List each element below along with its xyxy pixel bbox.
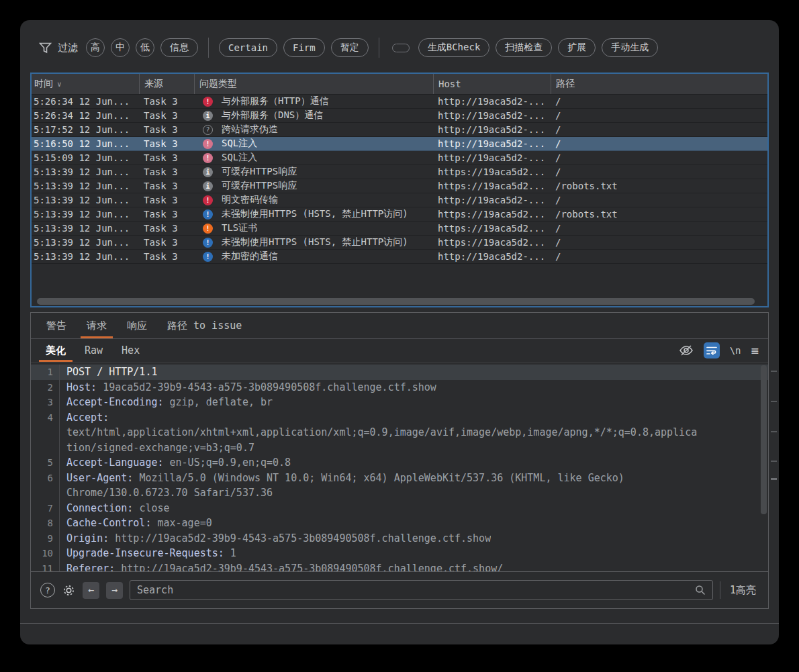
menu-icon[interactable]: ≡ [751, 344, 759, 357]
request-line-text: POST / HTTP/1.1 [60, 366, 157, 378]
column-header[interactable]: 问题类型 [194, 74, 433, 94]
request-line-text: Host: 19aca5d2-39b9-4543-a575-3b08949050… [60, 381, 436, 393]
detail-tab[interactable]: 请求 [77, 313, 117, 338]
search-input[interactable]: Search [130, 580, 713, 600]
issue-row[interactable]: 5:26:34 12 Jun...Task 3!与外部服务（HTTP）通信htt… [32, 95, 767, 109]
confidence-filter-button[interactable]: 暂定 [331, 38, 369, 57]
header-value: gzip, deflate, br [170, 396, 273, 408]
action-button[interactable]: 手动生成 [602, 38, 658, 57]
issue-source-cell: Task 3 [139, 181, 194, 191]
severity-filter-button[interactable]: 中 [111, 38, 130, 57]
severity-info-icon: i [203, 181, 213, 191]
line-number: 9 [31, 531, 60, 546]
issue-row[interactable]: 5:13:39 12 Jun...Task 3!TLS证书https://19a… [32, 222, 767, 236]
line-number: 11 [31, 561, 60, 572]
issue-source-cell: Task 3 [139, 223, 194, 234]
issue-row[interactable]: 5:13:39 12 Jun...Task 3!明文密码传输http://19a… [32, 193, 767, 207]
issue-row[interactable]: 5:13:39 12 Jun...Task 3!未强制使用HTTPS (HSTS… [32, 236, 767, 250]
issue-path-cell: / [551, 96, 767, 107]
line-number [31, 485, 60, 501]
detail-tab[interactable]: 警告 [36, 313, 77, 338]
detail-tab[interactable]: 路径 to issue [157, 313, 252, 338]
column-header[interactable]: 时间∨ [32, 74, 139, 94]
column-label: 路径 [556, 78, 575, 90]
action-button[interactable]: 扩展 [558, 38, 596, 57]
issue-source-cell: Task 3 [139, 152, 194, 163]
issue-source-cell: Task 3 [139, 166, 194, 177]
line-number: 4 [31, 410, 60, 426]
request-line-text: Connection: close [60, 502, 170, 514]
action-button[interactable]: 生成BCheck [418, 38, 490, 57]
header-value: Chrome/130.0.6723.70 Safari/537.36 [66, 487, 273, 499]
collapsed-filter-pill[interactable] [392, 44, 410, 52]
settings-gear-icon[interactable] [62, 583, 76, 597]
filter-funnel-icon[interactable] [39, 42, 52, 54]
line-number: 1 [31, 365, 60, 380]
horizontal-scrollbar[interactable] [37, 298, 762, 305]
view-tab[interactable]: 美化 [36, 339, 75, 362]
header-value: 1 [230, 547, 236, 559]
issue-host-cell: http://19aca5d2-... [433, 251, 551, 262]
issue-path-cell: / [551, 251, 767, 262]
request-editor[interactable]: 1POST / HTTP/1.12Host: 19aca5d2-39b9-454… [31, 363, 768, 571]
header-value: Mozilla/5.0 (Windows NT 10.0; Win64; x64… [139, 472, 624, 484]
line-number: 7 [31, 501, 60, 516]
view-icon-group: \n ≡ [679, 342, 759, 358]
issue-type-label: 跨站请求伪造 [222, 124, 278, 136]
header-name: Accept: [66, 412, 109, 424]
header-name: Upgrade-Insecure-Requests: [66, 547, 230, 559]
scrollbar-thumb[interactable] [37, 298, 755, 305]
severity-info-icon: i [203, 111, 213, 121]
newline-toggle-icon[interactable]: \n [730, 345, 741, 356]
next-match-button[interactable]: → [106, 582, 123, 599]
action-button[interactable]: 扫描检查 [496, 38, 552, 57]
issue-path-cell: / [551, 138, 767, 149]
header-name: Accept-Language: [66, 457, 170, 469]
view-tab[interactable]: Raw [75, 339, 112, 362]
issue-row[interactable]: 5:16:50 12 Jun...Task 3!SQL注入http://19ac… [32, 137, 767, 151]
column-header[interactable]: 来源 [139, 74, 194, 94]
issue-type-cell: !与外部服务（HTTP）通信 [194, 95, 433, 107]
prev-match-button[interactable]: ← [83, 582, 99, 599]
issue-row[interactable]: 5:13:39 12 Jun...Task 3!未强制使用HTTPS (HSTS… [32, 207, 767, 222]
severity-filter-button[interactable]: 信息 [160, 38, 198, 57]
column-header[interactable]: Host [433, 74, 551, 94]
issue-path-cell: / [551, 237, 767, 248]
action-button-group: 生成BCheck扫描检查扩展手动生成 [418, 38, 659, 57]
issue-path-cell: / [551, 152, 767, 163]
issue-host-cell: https://19aca5d2... [433, 209, 551, 220]
confidence-filter-button[interactable]: Certain [219, 38, 277, 57]
line-number: 5 [31, 455, 60, 471]
detail-tab[interactable]: 响应 [117, 313, 157, 338]
hide-eye-slash-icon[interactable] [679, 344, 694, 356]
issue-row[interactable]: 5:26:34 12 Jun...Task 3i与外部服务（DNS）通信http… [32, 109, 767, 123]
column-header[interactable]: 路径 [551, 74, 767, 94]
issue-type-label: 未加密的通信 [222, 250, 278, 262]
confidence-filter-button[interactable]: Firm [283, 38, 325, 57]
toolbar-divider [379, 38, 379, 58]
issue-host-cell: http://19aca5d2-... [433, 124, 551, 135]
issue-type-cell: !SQL注入 [194, 152, 433, 164]
severity-filter-group: 高中低信息 [86, 38, 198, 57]
issue-row[interactable]: 5:13:39 12 Jun...Task 3i可缓存HTTPS响应https:… [32, 179, 767, 193]
issue-host-cell: http://19aca5d2-... [433, 110, 551, 121]
help-icon[interactable]: ? [40, 583, 55, 597]
column-label: 来源 [144, 78, 163, 90]
scroll-marker [771, 431, 777, 432]
header-value: http://19aca5d2-39b9-4543-a575-3b0894905… [115, 532, 491, 544]
severity-filter-button[interactable]: 低 [136, 38, 154, 57]
vertical-scrollbar[interactable] [761, 365, 767, 514]
issue-row[interactable]: 5:15:09 12 Jun...Task 3!SQL注入http://19ac… [32, 151, 767, 165]
issue-row[interactable]: 5:17:52 12 Jun...Task 3?跨站请求伪造http://19a… [32, 123, 767, 137]
view-tab[interactable]: Hex [112, 339, 149, 362]
word-wrap-icon[interactable] [704, 342, 720, 358]
header-name: Cache-Control: [66, 517, 157, 529]
issue-source-cell: Task 3 [139, 96, 194, 107]
issue-row[interactable]: 5:13:39 12 Jun...Task 3i可缓存HTTPS响应https:… [32, 165, 767, 179]
app-window: 过滤 高中低信息 CertainFirm暂定 生成BCheck扫描检查扩展手动生… [20, 20, 779, 644]
issue-row[interactable]: 5:13:39 12 Jun...Task 3!未加密的通信http://19a… [32, 250, 767, 264]
severity-filter-button[interactable]: 高 [86, 38, 105, 57]
issue-type-label: 未强制使用HTTPS (HSTS, 禁止HTTP访问) [222, 236, 408, 248]
issue-host-cell: http://19aca5d2-... [433, 195, 551, 205]
issue-host-cell: https://19aca5d2... [433, 166, 551, 177]
